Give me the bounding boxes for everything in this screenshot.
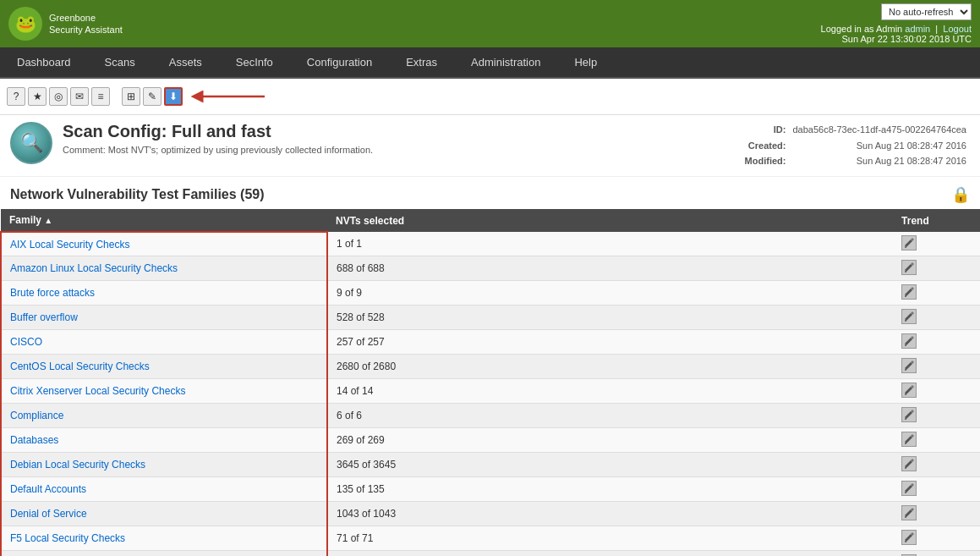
family-link[interactable]: Brute force attacks <box>10 287 95 299</box>
trend-icon[interactable] <box>901 530 917 545</box>
table-row: Compliance6 of 6 <box>1 404 980 428</box>
family-cell: Buffer overflow <box>1 306 327 330</box>
nvt-table: Family ▲ NVTs selected Trend AIX Local S… <box>0 209 980 556</box>
section-header: Network Vulnerability Test Families (59)… <box>0 177 980 209</box>
sort-family-icon[interactable]: ▲ <box>44 216 52 225</box>
family-cell: Brute force attacks <box>1 281 327 306</box>
table-row: Buffer overflow528 of 528 <box>1 306 980 330</box>
trend-cell <box>893 404 980 428</box>
nvts-cell: 2680 of 2680 <box>327 355 893 379</box>
nav-item-extras[interactable]: Extras <box>389 47 454 77</box>
family-header: Family ▲ <box>1 209 327 232</box>
trend-icon[interactable] <box>901 432 917 447</box>
trend-cell <box>893 428 980 453</box>
trend-icon[interactable] <box>901 284 917 300</box>
logged-in-text: Logged in as Admin <box>821 24 903 34</box>
table-row: Brute force attacks9 of 9 <box>1 281 980 306</box>
help-toolbar-btn[interactable]: ? <box>7 87 25 106</box>
admin-link[interactable]: admin <box>905 24 930 34</box>
export-toolbar-btn[interactable]: ⬇ <box>164 87 183 106</box>
table-row: Databases269 of 269 <box>1 428 980 453</box>
page-title: Scan Config: Full and fast <box>63 122 731 141</box>
family-cell: FTP <box>1 551 327 556</box>
family-link[interactable]: Default Accounts <box>10 483 86 495</box>
page-comment: Comment: Most NVT's; optimized by using … <box>63 145 731 155</box>
family-cell: CISCO <box>1 330 327 355</box>
nav-item-dashboard[interactable]: Dashboard <box>0 47 88 77</box>
nav-item-scans[interactable]: Scans <box>88 47 152 77</box>
list-toolbar-btn[interactable]: ≡ <box>91 87 110 106</box>
nvts-cell: 6 of 6 <box>327 404 893 428</box>
section-lock-icon[interactable]: 🔒 <box>951 185 970 204</box>
nvt-table-body: AIX Local Security Checks1 of 1 Amazon L… <box>1 232 980 556</box>
star-toolbar-btn[interactable]: ★ <box>28 87 47 106</box>
trend-icon[interactable] <box>901 481 917 496</box>
nvts-cell: 1043 of 1043 <box>327 502 893 526</box>
family-cell: Default Accounts <box>1 477 327 502</box>
family-link[interactable]: Databases <box>10 434 58 446</box>
top-bar: 🐸 Greenbone Security Assistant No auto-r… <box>0 0 980 47</box>
logo-icon: 🐸 <box>8 7 42 41</box>
nav-item-secinfo[interactable]: SecInfo <box>219 47 290 77</box>
trend-cell <box>893 379 980 404</box>
trend-icon[interactable] <box>901 407 917 422</box>
family-cell: Debian Local Security Checks <box>1 453 327 477</box>
auto-refresh-select[interactable]: No auto-refresh <box>881 3 972 20</box>
auto-refresh-container[interactable]: No auto-refresh <box>821 3 972 24</box>
logo-frog-icon: 🐸 <box>15 14 36 34</box>
table-row: Default Accounts135 of 135 <box>1 477 980 502</box>
trend-cell <box>893 306 980 330</box>
family-link[interactable]: AIX Local Security Checks <box>10 239 129 250</box>
modified-value: Sun Aug 21 08:28:47 2016 <box>789 153 970 169</box>
created-value: Sun Aug 21 08:28:47 2016 <box>789 138 970 154</box>
nav-item-configuration[interactable]: Configuration <box>290 47 389 77</box>
nav-item-help[interactable]: Help <box>557 47 614 77</box>
logo-text: Greenbone Security Assistant <box>49 12 123 36</box>
trend-icon[interactable] <box>901 383 917 398</box>
trend-cell <box>893 232 980 256</box>
login-info: Logged in as Admin admin | Logout <box>821 24 972 34</box>
trend-icon[interactable] <box>901 358 917 373</box>
table-row: F5 Local Security Checks71 of 71 <box>1 526 980 551</box>
clone-toolbar-btn[interactable]: ⊞ <box>122 87 140 106</box>
family-link[interactable]: CentOS Local Security Checks <box>10 361 150 372</box>
logo-name: Greenbone <box>49 12 123 24</box>
nav-item-administration[interactable]: Administration <box>454 47 557 77</box>
family-link[interactable]: F5 Local Security Checks <box>10 532 125 544</box>
circle-toolbar-btn[interactable]: ◎ <box>49 87 68 106</box>
trend-cell <box>893 477 980 502</box>
table-header-row: Family ▲ NVTs selected Trend <box>1 209 980 232</box>
trend-icon[interactable] <box>901 260 917 275</box>
trend-icon[interactable] <box>901 333 917 349</box>
nvts-cell: 3645 of 3645 <box>327 453 893 477</box>
family-link[interactable]: CISCO <box>10 336 42 348</box>
table-row: Amazon Linux Local Security Checks688 of… <box>1 256 980 281</box>
family-cell: F5 Local Security Checks <box>1 526 327 551</box>
nav-item-assets[interactable]: Assets <box>152 47 219 77</box>
scan-config-icon: 🔍 <box>10 122 52 164</box>
family-link[interactable]: Denial of Service <box>10 508 87 520</box>
arrow-svg <box>189 84 273 109</box>
nvts-cell: 71 of 71 <box>327 526 893 551</box>
created-label: Created: <box>742 138 790 154</box>
trend-icon[interactable] <box>901 456 917 471</box>
page-title-block: Scan Config: Full and fast Comment: Most… <box>63 122 731 155</box>
family-cell: Citrix Xenserver Local Security Checks <box>1 379 327 404</box>
trend-icon[interactable] <box>901 309 917 324</box>
message-toolbar-btn[interactable]: ✉ <box>70 87 89 106</box>
family-link[interactable]: Compliance <box>10 410 63 421</box>
logout-link[interactable]: Logout <box>943 24 972 34</box>
family-cell: Databases <box>1 428 327 453</box>
trend-icon[interactable] <box>901 235 917 250</box>
family-link[interactable]: Citrix Xenserver Local Security Checks <box>10 385 185 397</box>
family-cell: Amazon Linux Local Security Checks <box>1 256 327 281</box>
nvts-cell: 688 of 688 <box>327 256 893 281</box>
family-link[interactable]: Debian Local Security Checks <box>10 459 145 471</box>
separator: | <box>935 24 938 34</box>
family-link[interactable]: Buffer overflow <box>10 311 78 323</box>
table-row: Citrix Xenserver Local Security Checks14… <box>1 379 980 404</box>
trend-cell <box>893 355 980 379</box>
family-link[interactable]: Amazon Linux Local Security Checks <box>10 262 178 274</box>
trend-icon[interactable] <box>901 505 917 520</box>
edit-toolbar-btn[interactable]: ✎ <box>143 87 162 106</box>
